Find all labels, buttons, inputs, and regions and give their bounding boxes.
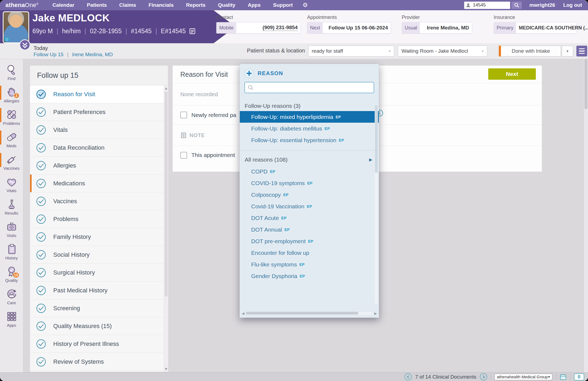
nav-item-support[interactable]: Support <box>273 2 293 8</box>
logout-link[interactable]: Log out <box>563 2 582 8</box>
rail-item-care[interactable]: Care <box>0 285 23 308</box>
rail-item-results[interactable]: Results <box>0 196 23 218</box>
dropdown-vertical-scrollbar[interactable] <box>375 105 378 303</box>
primary-insurance-value[interactable]: MEDICARE-CA SOUTHERN (... <box>516 22 588 33</box>
reason-option-essential-hypertension[interactable]: Follow-Up: essential hypertension EP <box>240 134 379 146</box>
calendar-button[interactable] <box>560 373 567 380</box>
next-button[interactable]: Next <box>488 68 536 80</box>
reason-option-mixed-hyperlipidemia[interactable]: Follow-Up: mixed hyperlipidemia EP <box>240 111 379 123</box>
scroll-up-icon[interactable]: ▲ <box>164 86 168 90</box>
notification-count-badge[interactable]: 0 <box>574 373 584 380</box>
rail-item-meds[interactable]: Meds <box>0 128 23 151</box>
checklist-item-problems[interactable]: Problems <box>30 210 168 228</box>
athenaone-logo[interactable]: athenaOne® <box>5 2 38 9</box>
nav-item-financials[interactable]: Financials <box>148 2 174 8</box>
checklist-item-family-history[interactable]: Family History <box>30 228 168 246</box>
gear-icon[interactable]: ⚙ <box>303 2 308 8</box>
rail-item-history[interactable]: History <box>0 240 23 263</box>
note-icon[interactable] <box>189 28 196 35</box>
next-appointment-value[interactable]: Follow Up 15 06-06-2024 <box>323 22 391 33</box>
visit-link[interactable]: Follow Up 15 <box>34 52 64 57</box>
scrollbar-thumb[interactable] <box>165 91 168 297</box>
checklist-item-review-of-systems[interactable]: Review of Systems <box>30 353 168 371</box>
provider-link[interactable]: Irene Medina, MD <box>72 52 113 57</box>
reason-option-dot-acute[interactable]: DOT Acute EP <box>240 212 379 224</box>
checklist-item-vitals[interactable]: Vitals <box>30 121 168 139</box>
checklist-item-history-of-present-illness[interactable]: History of Present Illness <box>30 335 168 353</box>
rail-item-vaccines[interactable]: Vaccines <box>0 151 23 173</box>
checklist-item-patient-preferences[interactable]: Patient Preferences <box>30 103 168 121</box>
username-link[interactable]: mwright26 <box>529 2 555 8</box>
reason-option-colposcopy[interactable]: Colposcopy EP <box>240 189 379 200</box>
page-scrollbar[interactable] <box>584 41 588 372</box>
nav-item-reports[interactable]: Reports <box>186 2 205 8</box>
search-button[interactable] <box>511 2 522 9</box>
checklist-item-social-history[interactable]: Social History <box>30 246 168 264</box>
patient-name[interactable]: Jake MEDLOCK <box>32 12 110 24</box>
organization-select[interactable]: athenahealth Medical Group ▾ <box>494 374 552 380</box>
scroll-left-icon[interactable]: ◀ <box>241 312 245 315</box>
nav-item-quality[interactable]: Quality <box>218 2 235 8</box>
camera-icon[interactable] <box>4 37 9 41</box>
add-reason-row[interactable]: REASON <box>240 64 379 78</box>
patient-search-input[interactable] <box>472 2 503 8</box>
patient-search-box[interactable] <box>464 2 510 9</box>
reason-list: Follow-Up reasons (3) Follow-Up: mixed h… <box>240 101 379 282</box>
rail-item-problems[interactable]: Problems <box>0 106 23 128</box>
nav-item-calendar[interactable]: Calendar <box>52 2 74 8</box>
reason-option-covid19-vaccination[interactable]: Covid-19 Vaccination EP <box>240 200 379 212</box>
patient-location-select[interactable]: Waiting Room - Jake Medlocl ▾ <box>398 46 487 56</box>
dropdown-horizontal-scrollbar[interactable]: ◀ ▶ <box>241 310 378 316</box>
checklist-item-allergies[interactable]: Allergies <box>30 157 168 175</box>
usual-provider-value[interactable]: Irene Medina, MD <box>420 22 472 33</box>
next-document-button[interactable] <box>480 373 487 380</box>
reason-option-encounter-for-follow-up[interactable]: Encounter for follow up <box>240 247 379 259</box>
reason-option-dot-annual[interactable]: DOT Annual EP <box>240 224 379 235</box>
rail-item-quality[interactable]: 15 Quality <box>0 263 23 285</box>
reason-option-covid19-symptoms[interactable]: COVID-19 symptoms EP <box>240 177 379 189</box>
nav-item-apps[interactable]: Apps <box>248 2 261 8</box>
checklist-item-screening[interactable]: Screening <box>30 299 168 317</box>
checklist-item-quality-measures[interactable]: Quality Measures (15) <box>30 317 168 335</box>
done-with-intake-button[interactable]: Done with Intake <box>501 46 561 56</box>
previous-document-button[interactable] <box>404 373 412 380</box>
all-reasons-header[interactable]: All reasons (108) ▶ <box>240 154 379 166</box>
checklist-item-reason-for-visit[interactable]: Reason for Visit <box>30 85 168 103</box>
checklist-item-surgical-history[interactable]: Surgical History <box>30 264 168 282</box>
reason-option-copd[interactable]: COPD EP <box>240 166 379 177</box>
checklist-item-past-medical-history[interactable]: Past Medical History <box>30 282 168 299</box>
checklist-scrollbar[interactable]: ▲ ▼ <box>164 85 168 372</box>
done-with-intake-caret[interactable]: ▾ <box>562 46 573 56</box>
nav-item-patients[interactable]: Patients <box>87 2 107 8</box>
encounter-links: Follow Up 15 | Irene Medina, MD <box>34 52 113 58</box>
rail-item-find[interactable]: Find <box>0 61 23 83</box>
this-appointment-checkbox[interactable] <box>180 152 187 159</box>
reason-search-box[interactable] <box>244 82 374 93</box>
reason-option-gender-dysphoria[interactable]: Gender Dysphoria EP <box>240 270 379 282</box>
reason-option-diabetes-mellitus[interactable]: Follow-Up: diabetes mellitus EP <box>240 123 379 134</box>
expand-banner-button[interactable] <box>19 39 31 52</box>
patient-photo[interactable] <box>3 11 29 43</box>
rail-item-apps[interactable]: Apps <box>0 308 23 330</box>
scrollbar-thumb[interactable] <box>246 312 358 315</box>
nav-item-claims[interactable]: Claims <box>119 2 136 8</box>
rail-item-vitals[interactable]: Vitals <box>0 173 23 196</box>
menu-button[interactable] <box>576 46 587 56</box>
mobile-value[interactable]: (909) 231-9854 <box>263 25 298 31</box>
patient-status-select[interactable]: ready for staff ▾ <box>308 46 394 56</box>
scroll-right-icon[interactable]: ▶ <box>373 312 378 315</box>
checklist-item-data-reconciliation[interactable]: Data Reconciliation <box>30 139 168 157</box>
rail-item-allergies[interactable]: 2 Allergies <box>0 83 23 106</box>
scrollbar-track[interactable] <box>245 311 373 316</box>
scroll-down-icon[interactable]: ▼ <box>164 367 168 371</box>
scrollbar-thumb[interactable] <box>375 105 378 173</box>
care-team-icon <box>5 288 18 300</box>
rail-item-visits[interactable]: Visits <box>0 218 23 240</box>
newly-referred-checkbox[interactable] <box>180 112 187 118</box>
reason-option-dot-pre-employment[interactable]: DOT pre-employment EP <box>240 235 379 247</box>
reason-option-flu-like-symptoms[interactable]: Flu-like symptoms EP <box>240 259 379 270</box>
add-reason-label[interactable]: REASON <box>258 70 283 76</box>
reason-search-input[interactable] <box>256 82 374 93</box>
checklist-item-medications[interactable]: Medications <box>30 175 168 192</box>
checklist-item-vaccines[interactable]: Vaccines <box>30 192 168 210</box>
